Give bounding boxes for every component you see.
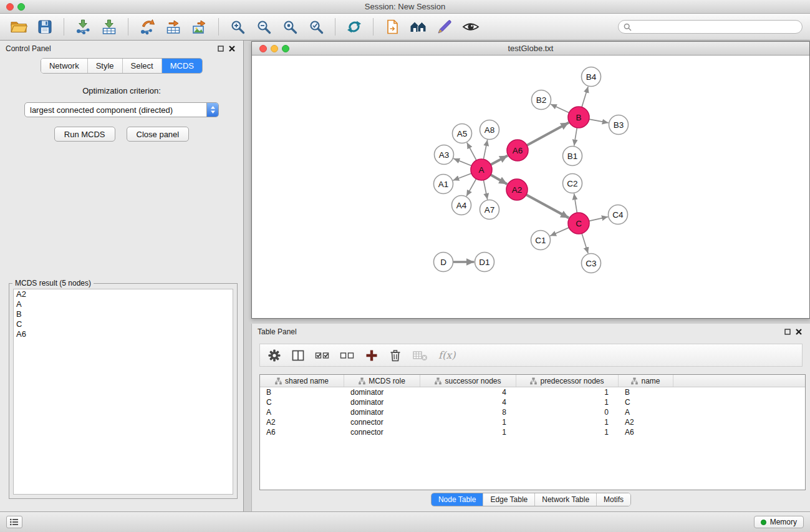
edge-B-B3[interactable] (589, 119, 609, 123)
tab-style[interactable]: Style (88, 59, 123, 73)
node-A6[interactable]: A6 (507, 140, 528, 161)
node-C1[interactable]: C1 (531, 231, 551, 250)
zoom-in-button[interactable] (226, 16, 249, 38)
column-header-predecessor-nodes[interactable]: predecessor nodes (516, 375, 619, 387)
create-column-button[interactable] (365, 346, 378, 365)
table-row[interactable]: Adominator80A (260, 407, 805, 417)
tab-select[interactable]: Select (123, 59, 162, 73)
node-C3[interactable]: C3 (582, 254, 601, 273)
column-header-successor-nodes[interactable]: successor nodes (420, 375, 516, 387)
node-B1[interactable]: B1 (563, 147, 582, 166)
edge-A6-B[interactable] (527, 123, 569, 145)
node-A5[interactable]: A5 (453, 124, 472, 143)
close-panel-button[interactable] (226, 44, 238, 54)
table-tab-node-table[interactable]: Node Table (432, 493, 484, 506)
table-tab-network-table[interactable]: Network Table (535, 493, 597, 506)
edge-B-B2[interactable] (551, 104, 569, 113)
float-table-panel-button[interactable] (782, 327, 793, 337)
table-settings-button[interactable] (268, 346, 281, 365)
export-table-button[interactable] (162, 16, 185, 38)
edge-A2-C[interactable] (526, 195, 569, 218)
network-close-button[interactable] (259, 45, 267, 52)
zoom-fit-button[interactable] (279, 16, 301, 38)
zoom-out-button[interactable] (253, 16, 275, 38)
node-B2[interactable]: B2 (532, 90, 551, 110)
import-table-button[interactable] (98, 16, 120, 38)
result-item[interactable]: C (14, 319, 233, 329)
search-box[interactable] (618, 20, 803, 34)
import-network-button[interactable] (72, 16, 94, 38)
node-D[interactable]: D (434, 253, 453, 272)
result-item[interactable]: A2 (14, 289, 233, 299)
node-A[interactable]: A (471, 159, 492, 180)
apply-layout-button[interactable] (343, 16, 365, 38)
edge-A-A5[interactable] (467, 143, 476, 160)
table-row[interactable]: Cdominator41C (260, 397, 805, 407)
column-header-name[interactable]: name (619, 375, 673, 387)
node-B4[interactable]: B4 (582, 67, 601, 87)
edge-A-A3[interactable] (453, 158, 471, 166)
first-neighbors-button[interactable] (407, 16, 430, 38)
zoom-window-button[interactable] (17, 3, 25, 11)
node-D1[interactable]: D1 (475, 253, 494, 272)
node-C4[interactable]: C4 (609, 205, 628, 225)
edge-A-A7[interactable] (483, 180, 487, 200)
open-session-button[interactable] (7, 16, 30, 38)
network-graph-canvas[interactable]: AA1A2A3A4A5A6A7A8BB1B2B3B4CC1C2C3C4DD1 (252, 56, 809, 318)
network-zoom-button[interactable] (282, 45, 289, 52)
edge-C-C4[interactable] (589, 217, 608, 221)
memory-button[interactable]: Memory (754, 516, 804, 528)
apply-style-button[interactable] (433, 16, 456, 38)
edge-B-B4[interactable] (582, 87, 588, 107)
tab-mcds[interactable]: MCDS (162, 59, 202, 73)
edge-A-A8[interactable] (483, 140, 487, 159)
export-image-button[interactable] (188, 16, 211, 38)
tab-network[interactable]: Network (41, 59, 88, 73)
edge-C-C2[interactable] (574, 193, 577, 213)
delete-table-button[interactable] (412, 346, 428, 365)
node-A7[interactable]: A7 (480, 200, 499, 220)
result-item[interactable]: A (14, 299, 233, 309)
export-network-button[interactable] (136, 16, 158, 38)
delete-column-button[interactable] (388, 346, 402, 365)
optimization-criterion-select[interactable]: largest connected component (directed) (24, 102, 219, 117)
edge-B-B1[interactable] (574, 128, 577, 146)
node-A3[interactable]: A3 (435, 145, 454, 165)
table-row[interactable]: A2connector11A2 (260, 417, 805, 427)
float-panel-button[interactable] (215, 44, 226, 54)
node-B3[interactable]: B3 (609, 115, 629, 135)
result-item[interactable]: B (14, 309, 233, 319)
edge-A-A2[interactable] (491, 175, 507, 184)
zoom-selected-button[interactable] (305, 16, 327, 38)
function-builder-button[interactable]: f(x) (438, 346, 455, 365)
network-minimize-button[interactable] (271, 45, 278, 52)
mcds-result-list[interactable]: A2ABCA6 (13, 289, 233, 495)
node-C[interactable]: C (568, 213, 589, 234)
node-B[interactable]: B (568, 107, 589, 128)
search-input[interactable] (635, 22, 797, 31)
show-columns-button[interactable] (291, 346, 305, 365)
table-row[interactable]: A6connector11A6 (260, 427, 805, 437)
new-network-from-selection-button[interactable] (381, 16, 403, 38)
save-session-button[interactable] (34, 16, 56, 38)
unselect-all-columns-button[interactable] (340, 346, 355, 365)
edge-A-A1[interactable] (453, 173, 471, 180)
close-panel-action-button[interactable]: Close panel (127, 127, 190, 142)
node-A8[interactable]: A8 (480, 120, 499, 140)
edge-A-A6[interactable] (491, 155, 508, 165)
task-history-button[interactable] (6, 516, 22, 528)
table-row[interactable]: Bdominator41B (260, 387, 805, 397)
table-tab-motifs[interactable]: Motifs (597, 493, 630, 506)
result-item[interactable]: A6 (14, 329, 233, 339)
column-header-mcds-role[interactable]: MCDS role (344, 375, 420, 387)
node-A1[interactable]: A1 (434, 175, 453, 194)
network-window-titlebar[interactable]: testGlobe.txt (252, 42, 809, 56)
edge-C-C1[interactable] (550, 228, 569, 236)
node-A4[interactable]: A4 (452, 196, 471, 215)
close-table-panel-button[interactable] (793, 327, 804, 337)
select-all-columns-button[interactable] (315, 346, 330, 365)
show-graphics-details-button[interactable] (460, 16, 482, 38)
edge-A-A4[interactable] (466, 179, 476, 196)
edge-C-C3[interactable] (582, 233, 588, 253)
run-mcds-button[interactable]: Run MCDS (54, 127, 115, 142)
